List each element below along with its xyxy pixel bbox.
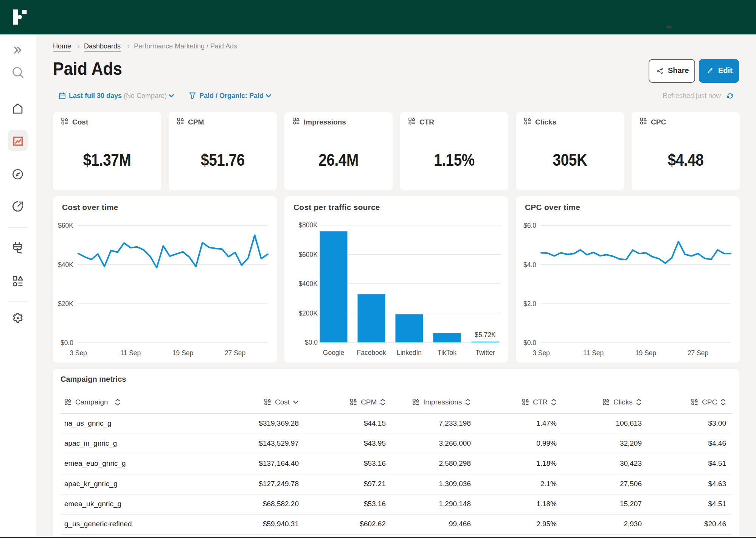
svg-text:$200K: $200K [298,309,318,317]
svg-text:TikTok: TikTok [438,349,456,356]
svg-text:$20K: $20K [58,300,73,308]
svg-text:19 Sep: 19 Sep [172,349,193,357]
svg-text:$0.0: $0.0 [523,339,536,347]
svg-text:LinkedIn: LinkedIn [397,349,422,356]
svg-text:$0.0: $0.0 [305,339,318,346]
svg-text:Twitter: Twitter [475,349,495,356]
svg-text:$2.0: $2.0 [523,300,536,308]
svg-text:27 Sep: 27 Sep [225,349,245,357]
svg-text:19 Sep: 19 Sep [635,349,656,357]
svg-text:Facebook: Facebook [357,349,386,356]
svg-text:$40K: $40K [58,261,73,269]
svg-text:3 Sep: 3 Sep [70,349,87,357]
svg-text:$60K: $60K [58,222,73,229]
svg-text:Google: Google [323,349,344,356]
svg-text:11 Sep: 11 Sep [583,349,604,357]
svg-text:27 Sep: 27 Sep [688,349,708,357]
svg-text:$600K: $600K [298,251,318,258]
svg-text:$800K: $800K [298,221,318,229]
svg-text:$0.0: $0.0 [61,339,73,347]
svg-text:3 Sep: 3 Sep [532,349,550,357]
svg-text:$4.0: $4.0 [523,261,536,269]
svg-text:$400K: $400K [298,280,318,288]
svg-text:11 Sep: 11 Sep [120,349,141,357]
svg-text:$6.0: $6.0 [523,222,536,229]
svg-text:$5.72K: $5.72K [475,331,496,339]
